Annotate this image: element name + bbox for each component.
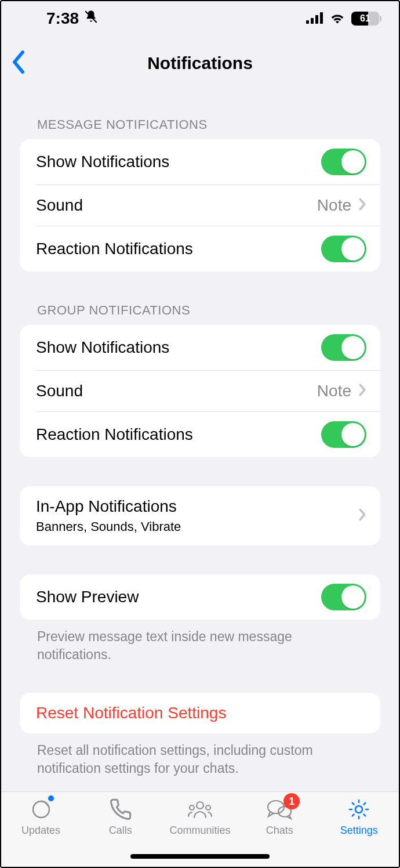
message-sound-row[interactable]: Sound Note	[20, 185, 380, 226]
chats-badge: 1	[283, 793, 300, 809]
group-sound-value: Note	[317, 382, 351, 400]
status-time: 7:38	[46, 9, 79, 28]
tab-chats[interactable]: 1 Chats	[242, 797, 317, 837]
status-bar: 7:38 61	[1, 1, 399, 36]
message-reaction-switch[interactable]	[321, 236, 366, 262]
svg-point-10	[355, 806, 362, 813]
svg-point-5	[197, 802, 203, 809]
page-title: Notifications	[147, 53, 253, 73]
content-scroll: Message Notifications Show Notifications…	[1, 91, 399, 791]
row-label: Show Notifications	[36, 153, 169, 171]
chevron-right-icon	[358, 508, 366, 523]
silent-mode-icon	[83, 9, 99, 28]
group-show-notifications-row[interactable]: Show Notifications	[20, 325, 380, 370]
in-app-notifications-row[interactable]: In-App Notifications Banners, Sounds, Vi…	[20, 486, 380, 545]
phone-icon	[109, 797, 132, 822]
group-reaction-switch[interactable]	[321, 421, 366, 448]
chevron-right-icon	[358, 384, 366, 399]
row-label: Reaction Notifications	[36, 240, 193, 258]
updates-icon	[30, 797, 53, 822]
group-section-header: Group Notifications	[20, 272, 380, 325]
row-label: Sound	[36, 382, 83, 400]
tab-settings[interactable]: Settings	[321, 797, 397, 837]
in-app-title: In-App Notifications	[36, 497, 181, 516]
tab-calls[interactable]: Calls	[83, 797, 158, 837]
message-reaction-row[interactable]: Reaction Notifications	[20, 226, 380, 272]
gear-icon	[347, 797, 370, 822]
cellular-signal-icon	[306, 9, 323, 28]
preview-footer: Preview message text inside new message …	[20, 620, 380, 664]
tab-label: Chats	[266, 824, 293, 837]
back-button[interactable]	[10, 50, 27, 76]
reset-notification-settings-row[interactable]: Reset Notification Settings	[20, 693, 380, 733]
navigation-bar: Notifications	[1, 36, 399, 91]
tab-communities[interactable]: Communities	[162, 797, 238, 837]
wifi-icon	[329, 9, 346, 28]
tab-label: Calls	[109, 824, 132, 837]
row-label: Show Preview	[36, 588, 139, 606]
group-show-switch[interactable]	[321, 334, 366, 361]
tab-label: Settings	[340, 824, 378, 837]
message-show-switch[interactable]	[321, 149, 366, 175]
home-indicator[interactable]	[130, 854, 270, 859]
message-show-notifications-row[interactable]: Show Notifications	[20, 139, 380, 185]
row-label: Reaction Notifications	[36, 425, 193, 444]
battery-indicator: 61	[351, 12, 379, 26]
tab-label: Communities	[169, 824, 230, 837]
svg-rect-2	[315, 15, 318, 24]
show-preview-row[interactable]: Show Preview	[20, 574, 380, 620]
message-section-header: Message Notifications	[20, 91, 380, 139]
updates-dot-icon	[48, 795, 54, 801]
show-preview-switch[interactable]	[321, 584, 366, 610]
svg-rect-0	[306, 20, 309, 24]
communities-icon	[186, 797, 214, 822]
svg-point-7	[206, 805, 210, 810]
row-label: Sound	[36, 196, 83, 215]
in-app-subtitle: Banners, Sounds, Vibrate	[36, 519, 181, 534]
row-label: Show Notifications	[36, 338, 169, 357]
svg-rect-1	[311, 18, 314, 24]
group-reaction-row[interactable]: Reaction Notifications	[20, 412, 380, 457]
tab-updates[interactable]: Updates	[3, 797, 79, 837]
chevron-right-icon	[358, 198, 366, 213]
svg-rect-3	[320, 12, 323, 24]
reset-footer: Reset all notification settings, includi…	[20, 733, 380, 777]
message-sound-value: Note	[317, 196, 351, 215]
reset-label: Reset Notification Settings	[36, 704, 226, 722]
tab-label: Updates	[21, 824, 60, 837]
group-sound-row[interactable]: Sound Note	[20, 371, 380, 411]
svg-point-6	[190, 805, 194, 810]
